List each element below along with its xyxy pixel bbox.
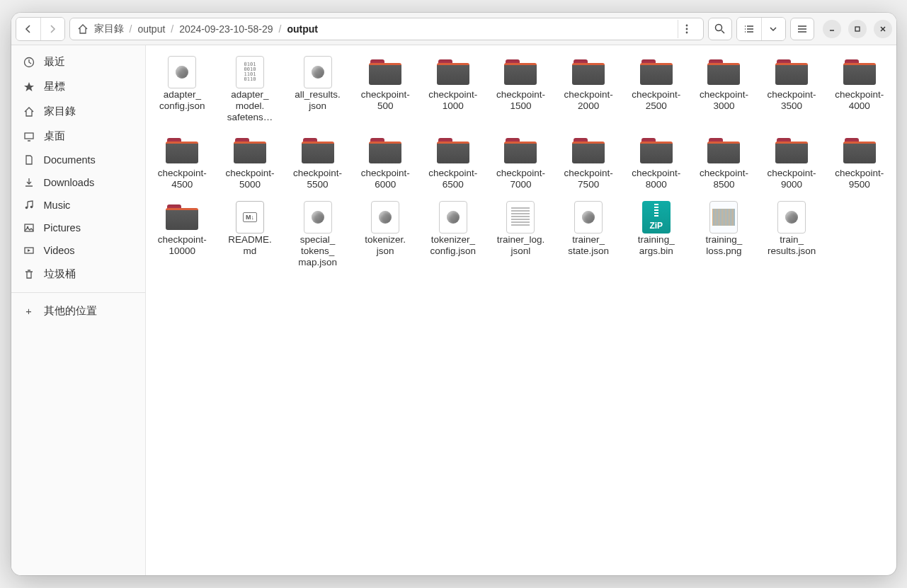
list-icon xyxy=(744,25,754,33)
sidebar-item-desktop[interactable]: 桌面 xyxy=(11,124,145,149)
folder-item[interactable]: checkpoint- 8000 xyxy=(622,131,690,195)
folder-item[interactable]: checkpoint- 9000 xyxy=(758,131,826,195)
folder-item[interactable]: checkpoint- 1500 xyxy=(487,52,555,128)
hamburger-menu-button[interactable] xyxy=(790,18,814,40)
forward-button[interactable] xyxy=(40,18,64,40)
crumb-date[interactable]: 2024-09-23-10-58-29 xyxy=(179,23,273,35)
file-item[interactable]: all_results. json xyxy=(284,52,352,128)
folder-item[interactable]: checkpoint- 5500 xyxy=(284,131,352,195)
folder-icon xyxy=(232,135,268,166)
titlebar: 家目錄 / output / 2024-09-23-10-58-29 / out… xyxy=(11,13,896,45)
home-icon xyxy=(77,23,89,35)
documents-icon xyxy=(23,154,35,166)
file-item[interactable]: training_ loss.png xyxy=(690,197,758,273)
json-file-icon xyxy=(300,202,336,233)
star-icon xyxy=(23,81,35,93)
folder-item[interactable]: checkpoint- 6500 xyxy=(419,131,487,195)
folder-item[interactable]: checkpoint- 4500 xyxy=(149,131,217,195)
folder-item[interactable]: checkpoint- 9500 xyxy=(826,131,894,195)
file-label: README. md xyxy=(228,234,272,257)
crumb-current[interactable]: output xyxy=(287,23,318,35)
search-button[interactable] xyxy=(708,18,732,40)
folder-icon xyxy=(164,202,200,233)
close-button[interactable] xyxy=(874,20,892,38)
json-file-icon xyxy=(435,202,471,233)
sidebar-item-star[interactable]: 星標 xyxy=(11,74,145,99)
pictures-icon xyxy=(23,222,35,234)
file-label: tokenizer_ config.json xyxy=(430,234,477,257)
folder-icon xyxy=(706,135,741,166)
file-view[interactable]: adapter_ config.json0101 0010 1101 0110a… xyxy=(146,45,896,575)
sidebar-item-other-locations[interactable]: + 其他的位置 xyxy=(11,299,145,323)
sidebar-item-home[interactable]: 家目錄 xyxy=(11,99,145,124)
folder-icon xyxy=(842,57,877,88)
sidebar: 最近星標家目錄桌面DocumentsDownloadsMusicPictures… xyxy=(11,45,146,575)
file-label: checkpoint- 8000 xyxy=(632,168,680,190)
file-item[interactable]: adapter_ config.json xyxy=(149,52,217,128)
sidebar-item-clock[interactable]: 最近 xyxy=(11,50,145,74)
file-label: checkpoint- 7500 xyxy=(564,168,613,190)
back-button[interactable] xyxy=(16,18,40,40)
chevron-down-icon xyxy=(770,26,777,32)
folder-item[interactable]: checkpoint- 7500 xyxy=(554,131,622,195)
file-item[interactable]: tokenizer_ config.json xyxy=(419,197,487,273)
sidebar-item-label: Videos xyxy=(44,245,75,256)
json-file-icon xyxy=(774,202,809,233)
sidebar-item-label: 桌面 xyxy=(44,129,65,143)
folder-item[interactable]: checkpoint- 7000 xyxy=(487,131,555,195)
folder-item[interactable]: checkpoint- 5000 xyxy=(216,131,284,195)
folder-icon xyxy=(774,135,809,166)
trash-icon xyxy=(23,269,35,280)
folder-item[interactable]: checkpoint- 3000 xyxy=(690,52,758,128)
file-item[interactable]: special_ tokens_ map.json xyxy=(284,197,352,273)
svg-point-3 xyxy=(716,25,722,31)
folder-item[interactable]: checkpoint- 2000 xyxy=(554,52,622,128)
png-file-icon xyxy=(706,202,741,233)
zip-file-icon xyxy=(639,202,674,233)
folder-item[interactable]: checkpoint- 10000 xyxy=(149,197,217,273)
file-label: all_results. json xyxy=(295,89,341,112)
file-item[interactable]: 0101 0010 1101 0110adapter_ model. safet… xyxy=(216,52,284,128)
folder-item[interactable]: checkpoint- 8500 xyxy=(690,131,758,195)
sidebar-item-videos[interactable]: Videos xyxy=(11,239,145,262)
svg-rect-4 xyxy=(855,27,860,31)
file-item[interactable]: trainer_log. jsonl xyxy=(487,197,555,273)
folder-icon xyxy=(639,135,674,166)
folder-item[interactable]: checkpoint- 2500 xyxy=(622,52,690,128)
folder-item[interactable]: checkpoint- 1000 xyxy=(419,52,487,128)
file-item[interactable]: tokenizer. json xyxy=(351,197,419,273)
sidebar-item-music[interactable]: Music xyxy=(11,194,145,217)
folder-item[interactable]: checkpoint- 500 xyxy=(351,52,419,128)
minimize-button[interactable] xyxy=(823,20,841,38)
file-label: training_ args.bin xyxy=(638,234,675,257)
view-options-button[interactable] xyxy=(761,18,785,40)
folder-icon xyxy=(571,57,606,88)
videos-icon xyxy=(23,245,35,256)
file-label: trainer_ state.json xyxy=(568,234,609,257)
pathbar-more-button[interactable] xyxy=(678,20,696,38)
folder-icon xyxy=(435,135,471,166)
file-item[interactable]: train_ results.json xyxy=(758,197,826,273)
crumb-output1[interactable]: output xyxy=(137,23,165,35)
file-label: checkpoint- 6500 xyxy=(428,168,477,190)
crumb-home[interactable]: 家目錄 xyxy=(94,23,124,35)
folder-icon xyxy=(367,135,403,166)
sidebar-item-pictures[interactable]: Pictures xyxy=(11,217,145,239)
file-item[interactable]: README. md xyxy=(216,197,284,273)
folder-item[interactable]: checkpoint- 3500 xyxy=(758,52,826,128)
maximize-button[interactable] xyxy=(848,20,867,38)
folder-item[interactable]: checkpoint- 6000 xyxy=(351,131,419,195)
clock-icon xyxy=(23,57,35,68)
svg-point-0 xyxy=(686,24,688,26)
sidebar-item-documents[interactable]: Documents xyxy=(11,149,145,171)
pathbar[interactable]: 家目錄 / output / 2024-09-23-10-58-29 / out… xyxy=(69,18,704,40)
sidebar-item-trash[interactable]: 垃圾桶 xyxy=(11,262,145,287)
folder-icon xyxy=(571,135,606,166)
svg-rect-9 xyxy=(25,224,33,231)
file-item[interactable]: training_ args.bin xyxy=(622,197,690,273)
file-item[interactable]: trainer_ state.json xyxy=(554,197,622,273)
list-view-button[interactable] xyxy=(737,18,761,40)
folder-item[interactable]: checkpoint- 4000 xyxy=(826,52,894,128)
folder-icon xyxy=(164,135,200,166)
sidebar-item-downloads[interactable]: Downloads xyxy=(11,171,145,194)
